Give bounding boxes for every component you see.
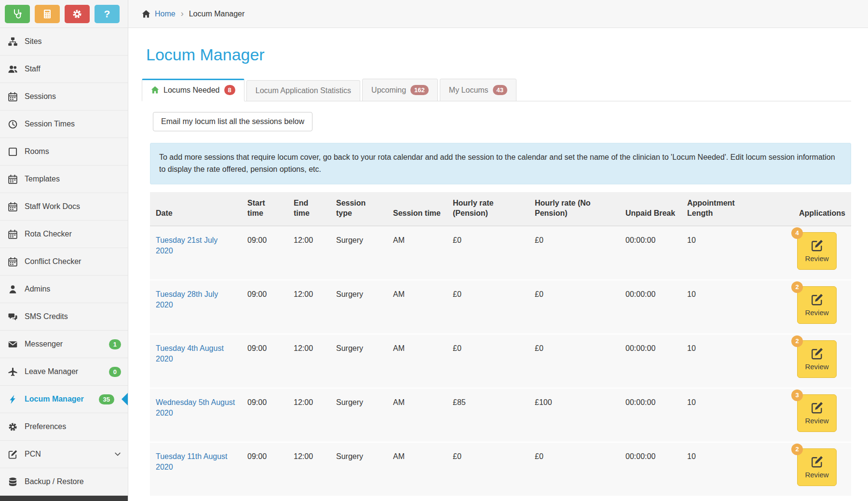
sidebar-item-conflict-checker[interactable]: Conflict Checker: [0, 248, 128, 276]
sidebar-item-label: Locum Manager: [25, 395, 84, 404]
applications-count-badge: 2: [791, 281, 803, 293]
sidebar-item-templates[interactable]: Templates: [0, 166, 128, 193]
session-date-link[interactable]: Tuesday 11th August 2020: [156, 452, 228, 471]
square-icon: [8, 147, 17, 156]
sidebar-item-sessions[interactable]: Sessions: [0, 83, 128, 111]
applications-count-badge: 3: [791, 390, 803, 401]
session-date-link[interactable]: Wednesday 5th August 2020: [156, 398, 235, 417]
appointment-length-cell: 10: [681, 226, 749, 280]
sidebar-item-staff-work-docs[interactable]: Staff Work Docs: [0, 193, 128, 221]
rate-pension-cell: £0: [447, 226, 529, 280]
rate-no-pension-cell: £0: [529, 280, 620, 334]
review-button[interactable]: Review: [797, 286, 837, 324]
col-header-appointment-length: Appointment Length: [681, 192, 749, 226]
table-row: Tuesday 28th July 2020 09:00 12:00 Surge…: [150, 280, 851, 334]
sidebar-item-preferences[interactable]: Preferences: [0, 413, 128, 441]
bolt-icon: [8, 395, 17, 404]
col-header-session-type: Session type: [330, 192, 387, 226]
sidebar-item-messenger[interactable]: Messenger 1: [0, 331, 128, 358]
breadcrumb: Home › Locum Manager: [128, 0, 868, 28]
email-locum-list-button[interactable]: Email my locum list all the sessions bel…: [153, 112, 312, 131]
sidebar-footer-strip: [0, 496, 128, 501]
sidebar-item-pcn[interactable]: PCN: [0, 441, 128, 468]
sidebar-item-staff[interactable]: Staff: [0, 56, 128, 83]
tab-count-badge: 43: [493, 85, 507, 95]
end-time-cell: 12:00: [288, 280, 330, 334]
sidebar-item-backup-restore[interactable]: Backup / Restore: [0, 468, 128, 496]
stethoscope-button[interactable]: [5, 5, 30, 23]
tab-upcoming[interactable]: Upcoming 162: [362, 79, 438, 101]
tab-label: Upcoming: [371, 86, 406, 95]
session-type-cell: Surgery: [330, 226, 387, 280]
envelope-icon: [8, 340, 17, 349]
sidebar: ? Sites Staff Sessions Session Times Roo…: [0, 0, 128, 501]
rate-pension-cell: £85: [447, 389, 529, 443]
sitemap-icon: [8, 37, 17, 46]
table-header-row: Date Start time End time Session type Se…: [150, 192, 851, 226]
sidebar-nav: Sites Staff Sessions Session Times Rooms…: [0, 28, 128, 496]
session-type-cell: Surgery: [330, 280, 387, 334]
table-row: Tuesday 11th August 2020 09:00 12:00 Sur…: [150, 443, 851, 497]
sidebar-item-label: Leave Manager: [25, 367, 78, 376]
tab-my-locums[interactable]: My Locums 43: [440, 79, 516, 101]
edit-icon: [811, 456, 823, 468]
plane-icon: [8, 367, 17, 376]
sidebar-item-rooms[interactable]: Rooms: [0, 138, 128, 166]
appointment-length-cell: 10: [681, 443, 749, 497]
help-button[interactable]: ?: [95, 5, 120, 23]
rate-no-pension-cell: £0: [529, 334, 620, 389]
home-icon: [142, 10, 150, 18]
tab-locums-needed[interactable]: Locums Needed 8: [142, 79, 244, 101]
table-row: Tuesday 21st July 2020 09:00 12:00 Surge…: [150, 226, 851, 280]
table-row: Tuesday 4th August 2020 09:00 12:00 Surg…: [150, 334, 851, 389]
tab-locum-application-statistics[interactable]: Locum Application Statistics: [246, 80, 360, 101]
session-time-cell: AM: [387, 226, 447, 280]
users-icon: [8, 65, 17, 74]
calculator-button[interactable]: [35, 5, 60, 23]
rate-pension-cell: £0: [447, 443, 529, 497]
rate-pension-cell: £0: [447, 334, 529, 389]
sidebar-item-sites[interactable]: Sites: [0, 28, 128, 56]
review-button[interactable]: Review: [797, 232, 837, 270]
breadcrumb-home-link[interactable]: Home: [155, 10, 176, 18]
calendar-icon: [8, 202, 17, 211]
user-icon: [8, 285, 17, 294]
edit-icon: [811, 402, 823, 414]
rate-no-pension-cell: £0: [529, 443, 620, 497]
review-button[interactable]: Review: [797, 448, 837, 486]
session-time-cell: AM: [387, 389, 447, 443]
session-date-link[interactable]: Tuesday 28th July 2020: [156, 290, 218, 309]
sidebar-item-leave-manager[interactable]: Leave Manager 0: [0, 358, 128, 386]
sidebar-quick-actions: ?: [0, 0, 128, 28]
unpaid-break-cell: 00:00:00: [620, 389, 681, 443]
review-button[interactable]: Review: [797, 394, 837, 432]
review-label: Review: [805, 417, 828, 425]
col-header-session-time: Session time: [387, 192, 447, 226]
applications-count-badge: 2: [791, 335, 803, 347]
session-type-cell: Surgery: [330, 334, 387, 389]
sidebar-item-rota-checker[interactable]: Rota Checker: [0, 221, 128, 248]
clock-icon: [8, 120, 17, 129]
calculator-icon: [42, 9, 52, 19]
page-content: Locum Manager Locums Needed 8 Locum Appl…: [128, 28, 868, 497]
session-date-link[interactable]: Tuesday 21st July 2020: [156, 236, 217, 255]
locums-needed-table: Date Start time End time Session type Se…: [150, 192, 851, 497]
sidebar-item-locum-manager[interactable]: Locum Manager 35: [0, 386, 128, 413]
rate-no-pension-cell: £0: [529, 226, 620, 280]
sidebar-item-admins[interactable]: Admins: [0, 276, 128, 303]
session-type-cell: Surgery: [330, 389, 387, 443]
review-button[interactable]: Review: [797, 340, 837, 378]
sidebar-item-label: Templates: [25, 175, 60, 183]
database-icon: [8, 477, 17, 487]
sidebar-item-sms-credits[interactable]: SMS Credits: [0, 303, 128, 331]
review-label: Review: [805, 254, 828, 263]
start-time-cell: 09:00: [242, 443, 288, 497]
sidebar-item-session-times[interactable]: Session Times: [0, 111, 128, 138]
settings-button[interactable]: [65, 5, 90, 23]
review-button-wrap: 2 Review: [797, 448, 837, 486]
start-time-cell: 09:00: [242, 226, 288, 280]
tab-count-badge: 162: [410, 85, 429, 95]
session-date-link[interactable]: Tuesday 4th August 2020: [156, 344, 224, 363]
edit-icon: [811, 348, 823, 360]
session-time-cell: AM: [387, 280, 447, 334]
